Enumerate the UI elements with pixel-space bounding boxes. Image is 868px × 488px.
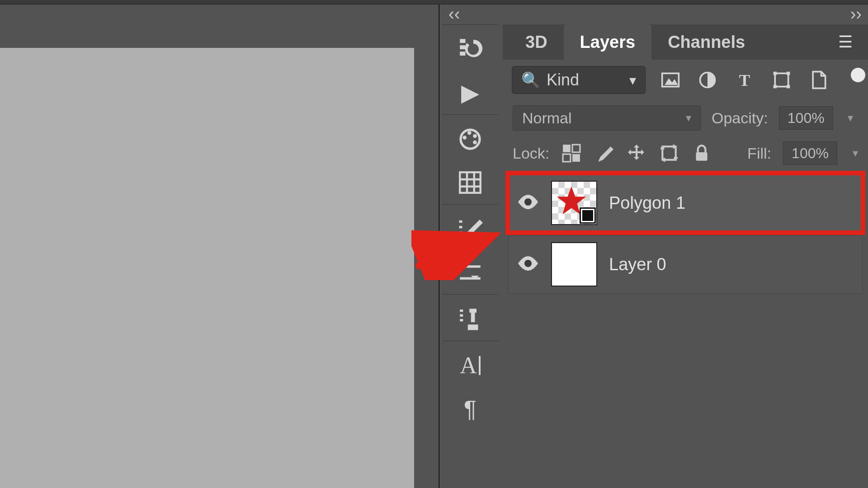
filter-shape-icon[interactable] xyxy=(769,68,794,92)
layers-list: Polygon 1 Layer 0 xyxy=(503,171,868,302)
layer-name[interactable]: Layer 0 xyxy=(609,255,666,274)
svg-rect-2 xyxy=(460,52,465,56)
svg-rect-24 xyxy=(471,313,475,322)
filter-pixel-icon[interactable] xyxy=(658,68,683,92)
panel-tabs: 3D Layers Channels ☰ xyxy=(503,24,868,60)
svg-rect-22 xyxy=(460,319,463,321)
lock-all-icon[interactable] xyxy=(691,143,712,164)
dock-expander-bar: ‹‹ ›› xyxy=(442,5,868,23)
clone-source-panel-icon[interactable] xyxy=(442,297,498,341)
chevron-down-icon[interactable]: ▾ xyxy=(849,147,858,160)
filter-smartobject-icon[interactable] xyxy=(807,68,831,92)
svg-point-44 xyxy=(524,198,532,206)
chevron-down-icon: ▾ xyxy=(629,72,636,88)
svg-marker-26 xyxy=(665,78,678,85)
collapsed-panels-column: ▶ A ¶ xyxy=(442,24,498,431)
opacity-label: Opacity: xyxy=(712,109,768,127)
filter-toggle-switch[interactable] xyxy=(851,68,865,82)
svg-rect-32 xyxy=(774,85,777,88)
svg-rect-31 xyxy=(787,72,790,75)
filter-type-icon[interactable]: T xyxy=(732,68,757,92)
layers-panel: 3D Layers Channels ☰ 🔍 Kind ▾ T Normal xyxy=(503,24,868,302)
actions-panel-icon[interactable]: ▶ xyxy=(442,71,498,114)
lock-transparency-icon[interactable] xyxy=(561,143,582,164)
chevron-down-icon: ▾ xyxy=(682,112,691,124)
svg-rect-38 xyxy=(663,146,676,160)
filter-adjustment-icon[interactable] xyxy=(695,68,720,92)
svg-rect-15 xyxy=(459,231,462,234)
svg-rect-36 xyxy=(563,154,571,162)
collapse-dock-icon[interactable]: ‹‹ xyxy=(448,5,460,24)
group-label xyxy=(442,204,498,207)
app-topbar xyxy=(0,0,868,5)
group-label xyxy=(442,294,498,297)
tab-3d[interactable]: 3D xyxy=(509,24,564,60)
svg-rect-30 xyxy=(774,72,777,75)
layer-row-polygon1[interactable]: Polygon 1 xyxy=(508,174,863,232)
layer-row-layer0[interactable]: Layer 0 xyxy=(508,235,863,294)
group-label xyxy=(442,24,498,28)
opacity-value: 100% xyxy=(788,110,825,127)
expand-dock-icon[interactable]: ›› xyxy=(850,5,862,24)
svg-rect-20 xyxy=(460,310,463,312)
layer-filter-row: 🔍 Kind ▾ T xyxy=(503,60,868,100)
tab-channels[interactable]: Channels xyxy=(651,24,761,60)
shape-layer-badge-icon xyxy=(581,209,594,222)
svg-rect-0 xyxy=(460,39,465,43)
svg-rect-13 xyxy=(459,221,462,223)
group-label xyxy=(442,341,498,344)
layer-thumbnail[interactable] xyxy=(551,242,597,286)
panel-menu-icon[interactable]: ☰ xyxy=(838,33,868,52)
svg-rect-1 xyxy=(460,45,465,49)
paragraph-panel-icon[interactable]: ¶ xyxy=(442,387,498,431)
svg-point-4 xyxy=(462,136,467,140)
visibility-toggle-icon[interactable] xyxy=(517,192,539,214)
svg-rect-17 xyxy=(460,277,481,280)
lock-position-icon[interactable] xyxy=(626,143,647,164)
blend-mode-value: Normal xyxy=(522,109,572,127)
document-canvas[interactable] xyxy=(0,48,414,488)
svg-point-6 xyxy=(473,134,477,138)
svg-rect-21 xyxy=(460,314,463,317)
tab-layers[interactable]: Layers xyxy=(564,24,652,60)
svg-rect-35 xyxy=(572,145,580,152)
svg-rect-8 xyxy=(460,172,481,193)
svg-rect-34 xyxy=(563,145,571,152)
svg-rect-23 xyxy=(469,309,476,313)
svg-text:T: T xyxy=(739,71,750,89)
svg-rect-33 xyxy=(787,85,790,88)
svg-point-5 xyxy=(467,131,472,135)
svg-rect-14 xyxy=(459,226,462,228)
group-label xyxy=(442,114,498,117)
lock-artboard-icon[interactable] xyxy=(659,143,679,164)
properties-panel-icon[interactable] xyxy=(442,161,498,204)
history-panel-icon[interactable] xyxy=(442,28,498,71)
fill-label: Fill: xyxy=(747,145,771,162)
lock-label: Lock: xyxy=(513,145,549,162)
svg-rect-29 xyxy=(775,73,788,86)
svg-point-7 xyxy=(473,141,477,145)
svg-point-46 xyxy=(524,260,532,267)
lock-pixels-icon[interactable] xyxy=(594,143,614,164)
character-panel-icon[interactable]: A xyxy=(442,344,498,387)
adjustments-panel-icon[interactable] xyxy=(442,251,498,294)
svg-rect-43 xyxy=(696,152,708,161)
lock-row: Lock: Fill: 100% ▾ xyxy=(503,136,868,171)
blend-row: Normal ▾ Opacity: 100% ▾ xyxy=(503,100,868,136)
opacity-input[interactable]: 100% xyxy=(779,106,833,130)
visibility-toggle-icon[interactable] xyxy=(517,253,539,275)
layer-thumbnail[interactable] xyxy=(551,181,597,225)
search-icon: 🔍 xyxy=(521,71,540,89)
swatches-panel-icon[interactable] xyxy=(442,117,498,161)
filter-kind-dropdown[interactable]: 🔍 Kind ▾ xyxy=(512,66,646,94)
fill-input[interactable]: 100% xyxy=(783,141,837,165)
chevron-down-icon[interactable]: ▾ xyxy=(844,112,853,124)
filter-kind-label: Kind xyxy=(547,70,623,89)
svg-rect-37 xyxy=(572,154,580,162)
blend-mode-dropdown[interactable]: Normal ▾ xyxy=(513,105,701,131)
dock-divider[interactable] xyxy=(439,5,440,488)
fill-value: 100% xyxy=(792,145,829,162)
brushes-panel-icon[interactable] xyxy=(442,207,498,251)
layer-name[interactable]: Polygon 1 xyxy=(609,193,685,213)
svg-marker-18 xyxy=(462,263,470,267)
